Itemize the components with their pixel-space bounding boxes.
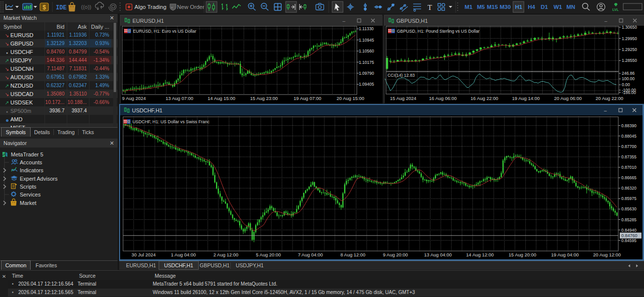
svg-text:M1: M1 <box>465 4 473 10</box>
svg-text:T: T <box>428 3 432 11</box>
svg-text:15 Aug 23:00: 15 Aug 23:00 <box>250 96 278 101</box>
svg-text:GBPUSD, H1: Pound Sterling vs: GBPUSD, H1: Pound Sterling vs US Dollar <box>397 29 479 34</box>
svg-text:((ο)): ((ο)) <box>81 4 91 10</box>
svg-text:9 Aug 2024: 9 Aug 2024 <box>122 96 146 101</box>
svg-text:0.86665: 0.86665 <box>621 175 637 180</box>
svg-text:1.28550: 1.28550 <box>622 58 637 63</box>
svg-text:Market: Market <box>20 200 37 206</box>
svg-text:16 Aug 06:00: 16 Aug 06:00 <box>429 96 457 101</box>
svg-text:19 Aug 14:00: 19 Aug 14:00 <box>512 96 540 101</box>
svg-text:0.87700: 0.87700 <box>621 144 637 149</box>
svg-text:1.29250: 1.29250 <box>622 47 637 52</box>
svg-text:CCI(14) 12.83: CCI(14) 12.83 <box>387 73 415 78</box>
svg-text:0.88045: 0.88045 <box>621 134 637 139</box>
svg-text:1.09405: 1.09405 <box>359 82 374 87</box>
svg-text:0.87355: 0.87355 <box>621 154 637 159</box>
svg-text:0.84595: 0.84595 <box>621 238 637 243</box>
svg-text:M15: M15 <box>487 4 498 10</box>
svg-text:1.11330: 1.11330 <box>359 26 374 31</box>
svg-text:0.85630: 0.85630 <box>621 206 637 211</box>
svg-text:1.30650: 1.30650 <box>622 25 637 30</box>
svg-text:1.09790: 1.09790 <box>359 71 374 76</box>
svg-text:Accounts: Accounts <box>20 159 43 165</box>
svg-text:IDE: IDE <box>56 4 67 11</box>
svg-text:20 Aug 22:00: 20 Aug 22:00 <box>596 96 623 101</box>
svg-text:8 Aug 12:00: 8 Aug 12:00 <box>341 252 366 257</box>
svg-text:14 Aug 15:00: 14 Aug 15:00 <box>208 96 235 101</box>
svg-text:–: – <box>343 18 345 24</box>
svg-text:D1: D1 <box>541 4 548 10</box>
svg-text:0.84760: 0.84760 <box>621 233 638 238</box>
svg-text:0.87010: 0.87010 <box>621 165 637 170</box>
svg-text:0.88390: 0.88390 <box>621 123 637 128</box>
svg-text:13 Aug 04:00: 13 Aug 04:00 <box>424 252 452 257</box>
svg-text:+: + <box>171 5 173 10</box>
svg-text:1.29950: 1.29950 <box>622 36 637 41</box>
svg-text:$: $ <box>43 4 46 11</box>
svg-text:Algo Trading: Algo Trading <box>134 4 167 10</box>
svg-text:0.86320: 0.86320 <box>621 186 637 191</box>
svg-text:20 Aug 12:00: 20 Aug 12:00 <box>593 252 621 257</box>
svg-text:EURUSD,H1: EURUSD,H1 <box>132 18 164 24</box>
svg-text:MetaTrader 5: MetaTrader 5 <box>11 151 43 157</box>
svg-text:15 Aug 20:00: 15 Aug 20:00 <box>509 252 536 257</box>
svg-text:1.10560: 1.10560 <box>359 49 374 53</box>
svg-text:0.84940: 0.84940 <box>621 228 637 233</box>
svg-text:W1: W1 <box>554 4 562 10</box>
svg-text:M5: M5 <box>477 4 485 10</box>
svg-text:1.10945: 1.10945 <box>359 38 374 43</box>
svg-text:Expert Advisors: Expert Advisors <box>20 176 58 182</box>
svg-text:16 Aug 22:00: 16 Aug 22:00 <box>471 96 498 101</box>
svg-text:14 Aug 12:00: 14 Aug 12:00 <box>466 252 494 257</box>
svg-text:7 Aug 04:00: 7 Aug 04:00 <box>298 252 323 257</box>
svg-text:Indicators: Indicators <box>20 167 43 173</box>
svg-text:New Order: New Order <box>177 4 205 10</box>
svg-text:Services: Services <box>20 192 41 198</box>
svg-text:9 Aug 20:00: 9 Aug 20:00 <box>383 252 408 257</box>
svg-text:30 Jul 2024: 30 Jul 2024 <box>131 252 156 257</box>
svg-text:H4: H4 <box>528 4 535 10</box>
svg-text:1 Aug 04:00: 1 Aug 04:00 <box>171 252 196 257</box>
svg-text:GBPUSD,H1: GBPUSD,H1 <box>396 18 428 24</box>
svg-text:246.86: 246.86 <box>622 71 635 76</box>
svg-text:2 Aug 12:00: 2 Aug 12:00 <box>214 252 239 257</box>
svg-text:Scripts: Scripts <box>20 184 37 190</box>
svg-text:–: – <box>604 18 607 24</box>
svg-text:M30: M30 <box>500 4 511 10</box>
svg-text:20 Aug 15:00: 20 Aug 15:00 <box>337 96 364 101</box>
svg-text:MN: MN <box>566 4 575 10</box>
svg-text:19 Aug 04:00: 19 Aug 04:00 <box>551 252 579 257</box>
svg-text:LVL: LVL <box>612 8 619 11</box>
svg-text:19 Aug 07:00: 19 Aug 07:00 <box>294 96 321 101</box>
svg-text:0.00: 0.00 <box>622 82 630 87</box>
svg-text:0.85285: 0.85285 <box>621 217 637 222</box>
svg-text:-186.00: -186.00 <box>622 90 636 95</box>
svg-text:20 Aug 06:00: 20 Aug 06:00 <box>554 96 582 101</box>
svg-text:–: – <box>604 108 607 113</box>
svg-text:100.00: 100.00 <box>622 76 635 81</box>
svg-text:EURUSD, H1: Euro vs US Dollar: EURUSD, H1: Euro vs US Dollar <box>133 29 196 34</box>
svg-text:USDCHF, H1: US Dollar vs Swis: USDCHF, H1: US Dollar vs Swiss Franc <box>132 119 210 124</box>
svg-text:5 Aug 20:00: 5 Aug 20:00 <box>256 252 281 257</box>
svg-text:15 Aug 2024: 15 Aug 2024 <box>390 96 416 101</box>
svg-text:13 Aug 07:00: 13 Aug 07:00 <box>166 96 193 101</box>
svg-text:1.10175: 1.10175 <box>359 60 374 65</box>
svg-text:USDCHF,H1: USDCHF,H1 <box>132 107 163 113</box>
svg-text:0.85975: 0.85975 <box>621 196 637 201</box>
svg-text:H1: H1 <box>515 4 522 10</box>
